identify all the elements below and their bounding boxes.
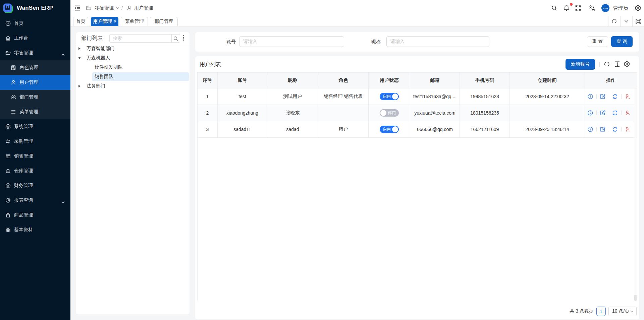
svg-text:WSERP: WSERP — [603, 7, 608, 9]
